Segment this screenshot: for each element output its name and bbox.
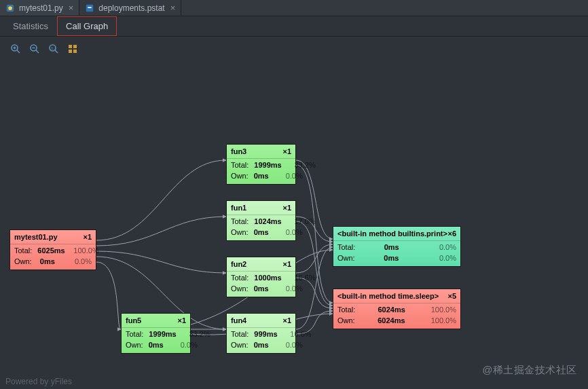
- node-calls: ×1: [177, 316, 186, 326]
- call-graph-canvas[interactable]: mytest01.py×1 Total:6025ms100.0% Own:0ms…: [0, 61, 588, 387]
- file-tab-deployments[interactable]: deployments.pstat ×: [79, 0, 181, 16]
- node-print[interactable]: <built-in method builtins.print>×6 Total…: [333, 226, 461, 267]
- powered-by-text: Powered by yFiles: [5, 377, 72, 386]
- label-own: Own:: [14, 257, 32, 267]
- node-calls: ×1: [83, 232, 92, 242]
- layout-icon[interactable]: [67, 43, 79, 55]
- file-tab-mytest[interactable]: mytest01.py ×: [0, 0, 79, 16]
- close-icon[interactable]: ×: [170, 3, 176, 13]
- zoom-fit-icon[interactable]: 1:1: [48, 43, 60, 55]
- node-calls: ×1: [282, 147, 291, 157]
- node-title: fun5: [126, 316, 141, 326]
- node-title: fun4: [231, 316, 246, 326]
- node-fun5[interactable]: fun5×1 Total:1999ms33.2% Own:0ms0.0%: [121, 313, 191, 354]
- label-total: Total:: [14, 246, 32, 256]
- node-title: <built-in method time.sleep>: [337, 291, 439, 301]
- node-calls: ×1: [282, 259, 291, 270]
- svg-line-12: [55, 50, 58, 53]
- file-tab-label: deployments.pstat: [98, 3, 164, 13]
- file-tab-bar: mytest01.py × deployments.pstat ×: [0, 0, 588, 16]
- svg-line-5: [17, 50, 20, 53]
- file-tab-label: mytest01.py: [19, 3, 63, 13]
- node-title: mytest01.py: [14, 232, 58, 242]
- svg-line-9: [36, 50, 39, 53]
- node-calls: ×6: [447, 229, 456, 239]
- svg-rect-3: [88, 7, 92, 8]
- node-fun4[interactable]: fun4×1 Total:999ms16.6% Own:0ms0.0%: [226, 313, 296, 354]
- zoom-out-icon[interactable]: [29, 43, 41, 55]
- zoom-in-icon[interactable]: [10, 43, 22, 55]
- node-calls: ×1: [282, 316, 291, 326]
- node-title: fun2: [231, 259, 246, 270]
- tab-call-graph[interactable]: Call Graph: [57, 16, 117, 36]
- svg-text:1:1: 1:1: [51, 46, 57, 50]
- python-icon: [5, 3, 15, 13]
- svg-rect-14: [69, 45, 72, 48]
- graph-toolbar: 1:1: [0, 37, 588, 61]
- node-fun1[interactable]: fun1×1 Total:1024ms17.0% Own:0ms0.0%: [226, 200, 296, 241]
- profiler-tab-bar: Statistics Call Graph: [0, 16, 588, 37]
- watermark-text: @稀土掘金技术社区: [482, 364, 577, 377]
- node-title: fun3: [231, 147, 246, 157]
- node-fun2[interactable]: fun2×1 Total:1000ms16.6% Own:0ms0.0%: [226, 257, 296, 297]
- svg-rect-16: [69, 50, 72, 53]
- node-title: <built-in method builtins.print>: [337, 229, 447, 239]
- node-fun3[interactable]: fun3×1 Total:1999ms33.2% Own:0ms0.0%: [226, 144, 296, 185]
- svg-rect-1: [8, 6, 12, 10]
- tab-statistics[interactable]: Statistics: [4, 16, 57, 36]
- svg-rect-17: [73, 50, 77, 53]
- node-root[interactable]: mytest01.py×1 Total:6025ms100.0% Own:0ms…: [10, 229, 96, 270]
- node-calls: ×5: [447, 291, 456, 301]
- svg-rect-15: [73, 45, 77, 48]
- node-sleep[interactable]: <built-in method time.sleep>×5 Total:602…: [333, 289, 461, 329]
- close-icon[interactable]: ×: [69, 3, 74, 13]
- node-title: fun1: [231, 203, 246, 213]
- node-calls: ×1: [282, 203, 291, 213]
- pstat-icon: [85, 3, 94, 13]
